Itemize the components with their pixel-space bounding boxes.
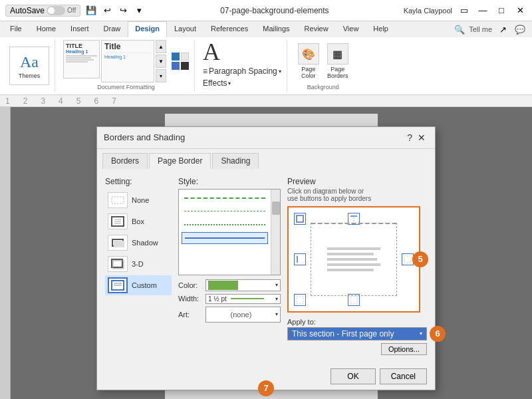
setting-3d[interactable]: 3-D	[105, 254, 172, 274]
setting-none[interactable]: None	[105, 190, 172, 210]
setting-shadow[interactable]: Shadow	[105, 233, 172, 253]
style-nav-buttons: ▲ ▼ ▾	[156, 40, 166, 82]
setting-box[interactable]: Box	[105, 211, 172, 231]
style-line-dashed-heavy[interactable]	[182, 192, 268, 204]
preview-border-top-left[interactable]	[294, 213, 306, 225]
doc-formatting-items: TITLE Heading 1 Title Heading 1 ▲	[63, 40, 189, 82]
setting-custom[interactable]: Custom	[105, 275, 172, 295]
width-value: 1 ½ pt	[208, 295, 227, 303]
tab-file[interactable]: File	[3, 21, 29, 37]
preview-box	[287, 206, 420, 313]
style-thumb-lines	[66, 55, 97, 57]
page-color-icon: 🎨	[298, 43, 319, 65]
tab-page-border[interactable]: Page Border	[149, 153, 211, 169]
title-select[interactable]: Title Heading 1	[101, 40, 154, 82]
autosave-toggle[interactable]	[47, 6, 65, 15]
save-button[interactable]: 💾	[84, 4, 98, 17]
tab-help[interactable]: Help	[366, 21, 396, 37]
tab-draw[interactable]: Draw	[96, 21, 128, 37]
art-row: Art: (none) ▾	[178, 307, 281, 323]
color-dropdown-arrow: ▾	[275, 282, 278, 288]
preview-column: Preview Click on diagram below oruse but…	[287, 177, 427, 355]
maximize-button[interactable]: □	[495, 4, 508, 17]
dialog-help-button[interactable]: ?	[407, 132, 412, 143]
color-label: Color:	[178, 281, 201, 289]
tab-review[interactable]: Review	[297, 21, 336, 37]
scrollbar-thumb[interactable]	[272, 201, 280, 215]
style-up-button[interactable]: ▲	[156, 40, 166, 53]
undo-button[interactable]: ↩	[100, 4, 114, 17]
color-swatch-blue[interactable]	[172, 53, 180, 61]
style-line-solid-blue[interactable]	[182, 232, 268, 244]
apply-row: Apply to:	[287, 318, 427, 326]
tab-borders[interactable]: Borders	[102, 153, 148, 169]
style-thumb-lines2	[66, 57, 91, 59]
page-borders-icon: ▦	[327, 43, 348, 65]
preview-border-left[interactable]	[294, 253, 306, 265]
tab-insert[interactable]: Insert	[63, 21, 96, 37]
apply-to-select[interactable]: This section - First page only ▾	[287, 327, 427, 340]
tab-shading[interactable]: Shading	[212, 153, 259, 169]
style-thumb-default[interactable]: TITLE Heading 1	[63, 40, 100, 78]
minimize-button[interactable]: —	[476, 4, 489, 17]
tab-home[interactable]: Home	[29, 21, 63, 37]
title-bar-right: Kayla Claypool ▭ — □ ✕	[404, 4, 527, 17]
svg-rect-12	[297, 215, 303, 222]
autosave-state: Off	[67, 7, 76, 14]
svg-rect-16	[297, 297, 303, 303]
tab-references[interactable]: References	[203, 21, 255, 37]
comment-button[interactable]: 💬	[513, 23, 527, 36]
tab-mailings[interactable]: Mailings	[255, 21, 297, 37]
width-select[interactable]: 1 ½ pt ▾	[205, 294, 281, 304]
color-row1	[172, 53, 189, 61]
setting-none-icon	[108, 192, 128, 208]
color-swatch-blue2[interactable]	[172, 62, 180, 70]
setting-custom-icon	[108, 277, 128, 293]
autosave-button[interactable]: AutoSave Off	[5, 5, 80, 17]
setting-none-label: None	[132, 196, 149, 204]
dialog-footer: OK Cancel 7	[97, 363, 435, 390]
ribbon-content: Aa Themes TITLE Heading 1	[0, 37, 532, 94]
page-borders-button[interactable]: ▦ Page Borders	[325, 43, 351, 79]
effects-button[interactable]: Effects ▾	[203, 78, 231, 88]
paragraph-spacing-button[interactable]: ≡ Paragraph Spacing ▾	[203, 66, 281, 76]
options-button[interactable]: Options...	[381, 343, 427, 355]
setting-3d-label: 3-D	[132, 260, 144, 268]
share-button[interactable]: ↗	[496, 23, 509, 36]
dialog-tabs: Borders Page Border Shading	[97, 149, 435, 169]
user-name: Kayla Claypool	[404, 7, 452, 15]
color-swatch-dark[interactable]	[181, 62, 189, 70]
cancel-button[interactable]: Cancel	[380, 368, 427, 384]
width-dropdown-arrow: ▾	[275, 296, 278, 302]
setting-shadow-label: Shadow	[132, 239, 158, 247]
style-more-button[interactable]: ▾	[156, 69, 166, 82]
themes-button[interactable]: Aa Themes	[9, 47, 49, 85]
style-line-dashed-light[interactable]	[182, 205, 268, 217]
style-scrollbar[interactable]	[271, 190, 280, 275]
setting-shadow-icon	[108, 235, 128, 251]
color-select[interactable]: ▾	[205, 279, 281, 291]
style-list-container[interactable]	[178, 189, 281, 275]
ok-button[interactable]: OK	[331, 368, 375, 384]
tell-me-label[interactable]: Tell me	[469, 25, 492, 33]
close-button[interactable]: ✕	[513, 4, 527, 17]
style-line-dotted[interactable]	[182, 219, 268, 231]
redo-button[interactable]: ↪	[116, 4, 130, 17]
setting-column: Setting: None	[105, 177, 172, 355]
tab-view[interactable]: View	[336, 21, 366, 37]
ribbon-toggle-button[interactable]: ▭	[458, 4, 471, 17]
tab-design[interactable]: Design	[128, 21, 167, 37]
page-color-button[interactable]: 🎨 Page Color	[295, 43, 322, 79]
style-thumb-lines3	[66, 59, 94, 61]
style-down-button[interactable]: ▼	[156, 55, 166, 68]
more-button[interactable]: ▾	[132, 4, 146, 17]
color-swatch-light[interactable]	[181, 53, 189, 61]
preview-sub: Click on diagram below oruse buttons to …	[287, 188, 427, 202]
setting-custom-label: Custom	[132, 281, 157, 289]
art-select[interactable]: (none) ▾	[205, 307, 281, 323]
width-label: Width:	[178, 295, 201, 303]
preview-border-bottom-left[interactable]	[294, 294, 306, 306]
setting-label: Setting:	[105, 177, 172, 186]
tab-layout[interactable]: Layout	[167, 21, 203, 37]
dialog-close-button[interactable]: ✕	[415, 131, 428, 144]
